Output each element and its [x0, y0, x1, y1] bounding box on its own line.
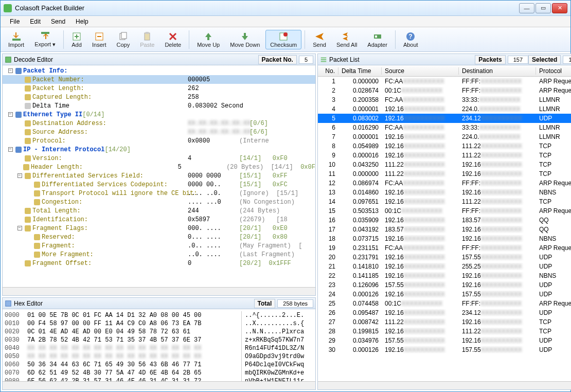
hex-hscroll[interactable] [3, 381, 315, 389]
table-row[interactable]: 130.014860192.16XXXXXXXXXX192.16XXXXXXXX… [318, 188, 571, 197]
table-row[interactable]: 300.000126192.16XXXXXXXXXX157.55XXXXXXXX… [318, 345, 571, 354]
table-row[interactable]: 230.126096157.55XXXXXXXXXX192.16XXXXXXXX… [318, 280, 571, 290]
toolbar-import-button[interactable]: Import [4, 30, 29, 49]
toolbar-sendall-button[interactable]: Send All [332, 30, 362, 49]
decode-row[interactable]: Identification:0x5897(22679) [18 [3, 215, 315, 224]
table-row[interactable]: 190.231151FC:AAXXXXXXXXXXFF:FF:XXXXXXXXX… [318, 243, 571, 253]
minimize-button[interactable]: — [519, 3, 534, 13]
decode-row[interactable]: Differentiated Services Codepoint:0000 0… [3, 180, 315, 189]
decode-row[interactable]: Delta Time0.083002 Second [3, 101, 315, 110]
toolbar-about-button[interactable]: ?About [399, 30, 423, 49]
table-row[interactable]: 70.000001192.16XXXXXXXXXX224.0.XXXXXXXXX… [318, 132, 571, 141]
list-hscroll[interactable] [318, 381, 571, 389]
selected-label: Selected [528, 55, 561, 64]
maximize-button[interactable]: ▭ [536, 3, 551, 13]
decode-hscroll[interactable] [3, 287, 315, 295]
hex-total-value: 258 bytes [277, 299, 313, 308]
table-row[interactable]: 200.231791192.16XXXXXXXXXX157.55XXXXXXXX… [318, 253, 571, 262]
table-row[interactable]: 50.083002192.16XXXXXXXXXX234.12XXXXXXXXX… [318, 114, 571, 123]
col-source[interactable]: Source [382, 67, 459, 75]
table-row[interactable]: 20.02867400:1CXXXXXXXXXXFF:FF:XXXXXXXXXX… [318, 86, 571, 95]
hex-row[interactable]: 00706D 62 51 49 52 4B 30 77 5A 47 4D 6E … [5, 369, 313, 377]
col-protocol[interactable]: Protocol [536, 67, 571, 75]
table-row[interactable]: 180.073715192.16XXXXXXXXXX192.16XXXXXXXX… [318, 234, 571, 243]
toolbar-add-button[interactable]: Add [67, 30, 86, 49]
hex-row[interactable]: 0040XX XX XX XX XX XX XX XX XX XX XX XX … [5, 344, 313, 352]
titlebar[interactable]: Colasoft Packet Builder — ▭ ✕ [1, 1, 570, 16]
decode-row[interactable]: −Packet Info: [3, 66, 315, 75]
decode-row[interactable]: −Differentiated Services Field:0000 0000… [3, 171, 315, 180]
hex-row[interactable]: 0050XX XX XX XX XX XX XX XX XX XX XX XX … [5, 352, 313, 361]
decode-row[interactable]: Protocol:0x0800(Interne [3, 136, 315, 145]
menu-file[interactable]: File [6, 17, 24, 26]
table-row[interactable]: 30.200358FC:AAXXXXXXXXXX33:33:XXXXXXXXXX… [318, 95, 571, 104]
hex-row[interactable]: 00200C 01 4E AD 4E AD 00 E0 04 49 58 78 … [5, 328, 313, 336]
table-row[interactable]: 220.141185192.16XXXXXXXXXX192.16XXXXXXXX… [318, 271, 571, 280]
decode-row[interactable]: Total Length:244(244 Bytes) [3, 206, 315, 215]
decode-row[interactable]: More Fragment:..0. ....(Last Fragment) [3, 250, 315, 259]
toolbar-copy-button[interactable]: Copy [112, 30, 135, 49]
toolbar-export-button[interactable]: Export ▾ [30, 29, 60, 49]
packets-label: Packets [475, 55, 505, 64]
table-row[interactable]: 100.043250111.22XXXXXXXXXX192.16XXXXXXXX… [318, 160, 571, 169]
table-row[interactable]: 90.000016192.16XXXXXXXXXX111.22XXXXXXXXX… [318, 151, 571, 160]
toolbar-insert-button[interactable]: Insert [87, 30, 111, 49]
hex-row[interactable]: 001000 F4 58 97 00 00 FF 11 A4 C9 C0 A8 … [5, 319, 313, 328]
col-dest[interactable]: Destination [459, 67, 536, 75]
table-row[interactable]: 280.199815192.16XXXXXXXXXX111.22XXXXXXXX… [318, 327, 571, 336]
toolbar-delete-button[interactable]: Delete [160, 30, 186, 49]
decode-row[interactable]: Destination Address:XX:XX:XX:XX:XX:XX[0/… [3, 119, 315, 128]
table-row[interactable]: 60.016290FC:AAXXXXXXXXXX33:33:XXXXXXXXXX… [318, 123, 571, 132]
table-row[interactable]: 110.000000111.22XXXXXXXXXX192.16XXXXXXXX… [318, 169, 571, 179]
toolbar-paste-button[interactable]: Paste [135, 30, 159, 49]
decode-row[interactable]: Version:4[14/1] 0xF0 [3, 154, 315, 163]
decode-row[interactable]: Packet Number:000005 [3, 75, 315, 84]
decode-row[interactable]: −Ethernet Type II[0/14] [3, 110, 315, 119]
table-row[interactable]: 270.008742111.22XXXXXXXXXX192.16XXXXXXXX… [318, 317, 571, 327]
toolbar-adapter-button[interactable]: Adapter [363, 30, 392, 49]
decode-row[interactable]: Captured Length:258 [3, 93, 315, 101]
table-row[interactable]: 40.000001192.16XXXXXXXXXX224.0.XXXXXXXXX… [318, 104, 571, 114]
decode-row[interactable]: Source Address:XX:XX:XX:XX:XX:XX[6/6] [3, 128, 315, 136]
table-header[interactable]: No. Delta Time Source Destination Protoc… [318, 65, 571, 77]
toolbar-send-button[interactable]: Send [308, 30, 331, 49]
packet-table[interactable]: No. Delta Time Source Destination Protoc… [318, 65, 571, 381]
decode-row[interactable]: Header Length:5(20 Bytes) [14/1] 0x0F [3, 163, 315, 171]
menu-edit[interactable]: Edit [26, 17, 45, 26]
hex-row[interactable]: 006050 36 34 44 63 6C 71 65 49 30 56 43 … [5, 361, 313, 369]
close-button[interactable]: ✕ [552, 3, 567, 13]
table-row[interactable]: 240.000126192.16XXXXXXXXXX157.55XXXXXXXX… [318, 290, 571, 299]
table-row[interactable]: 120.086974FC:AAXXXXXXXXXXFF:FF:XXXXXXXXX… [318, 179, 571, 188]
table-row[interactable]: 160.035909192.16XXXXXXXXXX183.57XXXXXXXX… [318, 216, 571, 225]
table-row[interactable]: 150.50351300:1CXXXXXXXXXXFF:FF:XXXXXXXXX… [318, 206, 571, 216]
hex-body[interactable]: 000001 00 5E 7B 0C 01 FC AA 14 D1 32 A0 … [3, 309, 315, 381]
decode-row[interactable]: Reserved:0... ....[20/1] 0x80 [3, 233, 315, 241]
hex-row[interactable]: 00806E 56 62 42 2B 31 57 31 46 4E 46 31 … [5, 377, 313, 381]
menu-help[interactable]: Help [72, 17, 93, 26]
decode-row[interactable]: Transport Protocol will ignore the CE bi… [3, 189, 315, 198]
table-row[interactable]: 260.095487192.16XXXXXXXXXX234.12XXXXXXXX… [318, 308, 571, 317]
decode-row[interactable]: Fragment:.0.. ....(May Fragment) [ [3, 241, 315, 250]
decode-row[interactable]: Fragment Offset:0[20/2] 0x1FFF [3, 259, 315, 268]
table-row[interactable]: 10.000000FC:AAXXXXXXXXXXFF:FF:XXXXXXXXXX… [318, 77, 571, 86]
decode-row[interactable]: −IP - Internet Protocol[14/20] [3, 145, 315, 154]
decode-row[interactable]: Congestion:.... ...0(No Congestion) [3, 198, 315, 206]
decode-row[interactable]: −Fragment Flags:000. ....[20/1] 0xE0 [3, 224, 315, 233]
table-row[interactable]: 80.054989192.16XXXXXXXXXX111.22XXXXXXXXX… [318, 141, 571, 151]
menu-send[interactable]: Send [47, 17, 69, 26]
decode-row[interactable]: Packet Length:262 [3, 84, 315, 93]
table-row[interactable]: 170.043192183.57XXXXXXXXXX192.16XXXXXXXX… [318, 225, 571, 234]
decode-tree[interactable]: −Packet Info:Packet Number:000005Packet … [3, 65, 315, 287]
packetno-value: 5 [299, 56, 313, 64]
col-delta[interactable]: Delta Time [338, 67, 382, 75]
table-row[interactable]: 290.034976157.55XXXXXXXXXX192.16XXXXXXXX… [318, 336, 571, 345]
table-row[interactable]: 140.097651192.16XXXXXXXXXX111.22XXXXXXXX… [318, 197, 571, 206]
toolbar-down-button[interactable]: Move Down [225, 30, 264, 49]
table-row[interactable]: 250.07445800:1CXXXXXXXXXXFF:FF:XXXXXXXXX… [318, 299, 571, 308]
col-no[interactable]: No. [318, 67, 338, 75]
toolbar-up-button[interactable]: Move Up [192, 30, 224, 49]
hex-row[interactable]: 00307A 2B 78 52 4B 42 71 53 71 35 37 4B … [5, 336, 313, 344]
hex-row[interactable]: 000001 00 5E 7B 0C 01 FC AA 14 D1 32 A0 … [5, 311, 313, 319]
toolbar-checksum-button[interactable]: Checksum [265, 30, 301, 49]
table-row[interactable]: 210.141810192.16XXXXXXXXXX255.25XXXXXXXX… [318, 262, 571, 271]
